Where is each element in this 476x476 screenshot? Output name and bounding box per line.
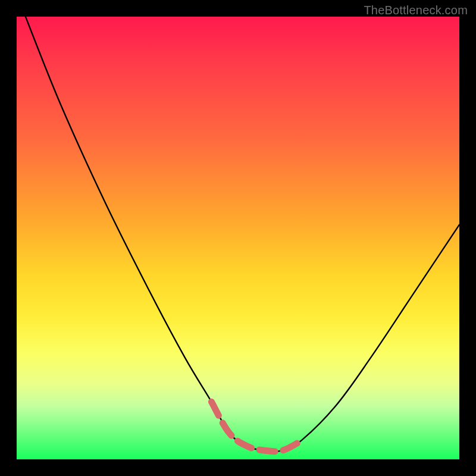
chart-svg (17, 17, 459, 459)
chart-frame: TheBottleneck.com (0, 0, 476, 476)
watermark-text: TheBottleneck.com (364, 4, 468, 17)
curve-line (26, 17, 459, 452)
bottom-accent-line (211, 402, 300, 451)
plot-area (17, 17, 459, 459)
